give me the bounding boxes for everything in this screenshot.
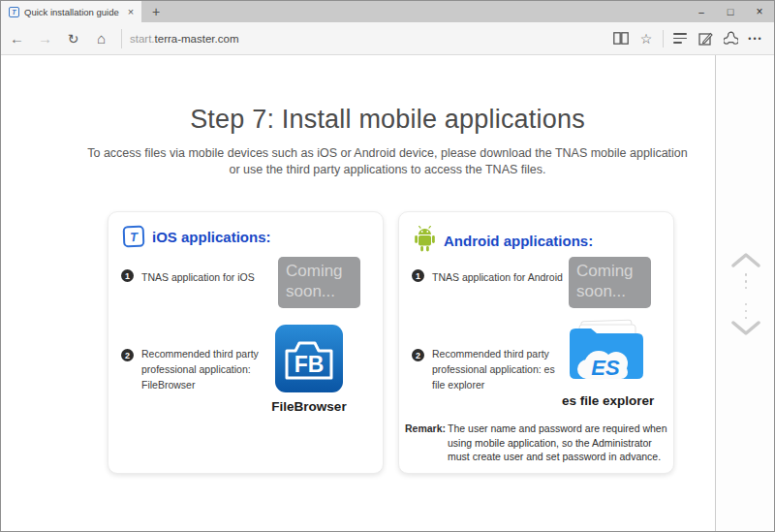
- android-card-header: Android applications:: [414, 226, 593, 256]
- tab-strip-spacer: [170, 1, 687, 22]
- address-divider: [121, 29, 122, 48]
- ios-header-label: iOS applications:: [152, 229, 271, 245]
- favorites-star-icon[interactable]: ☆: [634, 24, 659, 53]
- minimize-button[interactable]: –: [687, 1, 716, 22]
- hub-icon[interactable]: [667, 24, 693, 53]
- ios-item1-text: TNAS application for iOS: [141, 271, 255, 283]
- page-subtitle: To access files via mobile devices such …: [85, 145, 691, 179]
- android-robot-icon: [414, 226, 436, 256]
- coming-soon-badge: Coming soon...: [278, 257, 360, 308]
- tab-strip: T Quick installation guide × + – □ ×: [1, 1, 774, 22]
- back-icon[interactable]: ←: [3, 24, 31, 53]
- ios-card: T iOS applications: 1 TNAS application f…: [108, 211, 384, 474]
- forward-icon[interactable]: →: [31, 24, 59, 53]
- browser-window: T Quick installation guide × + – □ × ← →…: [0, 0, 775, 532]
- scroll-up-button[interactable]: [730, 252, 761, 271]
- scroll-dot: [745, 287, 748, 290]
- remark-note: Remark: The user name and password are r…: [405, 422, 668, 464]
- ios-item2-text: Recommended third party professional app…: [141, 347, 279, 392]
- home-icon[interactable]: ⌂: [87, 24, 115, 53]
- step-number-badge: 2: [412, 349, 424, 361]
- url-prefix: start.: [130, 33, 155, 45]
- remark-text: The user name and password are required …: [448, 422, 668, 464]
- es-file-explorer-app-icon[interactable]: ES: [566, 373, 647, 390]
- refresh-icon[interactable]: ↻: [59, 24, 87, 53]
- scroll-dot: [745, 303, 748, 306]
- android-card: Android applications: 1 TNAS application…: [398, 211, 674, 474]
- coming-soon-badge: Coming soon...: [569, 257, 651, 308]
- tnas-logo-icon: T: [123, 226, 145, 248]
- ios-card-header: T iOS applications:: [123, 226, 271, 247]
- tab-close-icon[interactable]: ×: [128, 7, 134, 17]
- reading-view-icon[interactable]: [608, 24, 634, 53]
- browser-tab[interactable]: T Quick installation guide ×: [1, 1, 141, 22]
- android-item1-text: TNAS application for Android: [432, 271, 563, 283]
- filebrowser-label: FileBrowser: [269, 399, 349, 414]
- android-item2-text: Recommended third party professional app…: [432, 347, 570, 392]
- app-cards: T iOS applications: 1 TNAS application f…: [108, 211, 674, 474]
- toolbar-divider: [663, 30, 664, 47]
- svg-text:ES: ES: [591, 356, 620, 380]
- svg-text:FB: FB: [294, 352, 325, 377]
- scroll-dot: [745, 280, 748, 283]
- share-icon[interactable]: [718, 24, 743, 53]
- web-note-icon[interactable]: [693, 24, 718, 53]
- step-number-badge: 1: [412, 269, 424, 282]
- tnas-favicon-icon: T: [9, 7, 19, 17]
- page-scroller: [724, 252, 768, 340]
- address-bar[interactable]: start.terra-master.com: [130, 33, 608, 45]
- window-controls: – □ ×: [687, 1, 774, 22]
- scroll-dot: [745, 317, 748, 320]
- page-content: Step 7: Install mobile applications To a…: [1, 55, 774, 532]
- browser-toolbar: ← → ↻ ⌂ start.terra-master.com ☆ •••: [1, 22, 774, 55]
- filebrowser-app-icon[interactable]: FB: [275, 379, 343, 395]
- android-header-label: Android applications:: [444, 233, 593, 249]
- es-file-explorer-label: es file explorer: [562, 393, 651, 408]
- page-title: Step 7: Install mobile applications: [1, 105, 774, 135]
- scroll-dot: [745, 273, 748, 276]
- close-window-button[interactable]: ×: [745, 1, 774, 22]
- step-number-badge: 2: [121, 349, 134, 361]
- scroll-down-button[interactable]: [730, 321, 761, 340]
- step-number-badge: 1: [121, 269, 134, 282]
- new-tab-button[interactable]: +: [141, 1, 170, 22]
- scroll-dot: [745, 310, 748, 313]
- remark-label: Remark:: [405, 422, 446, 464]
- filebrowser-app-block: FB FileBrowser: [269, 325, 349, 414]
- maximize-button[interactable]: □: [716, 1, 745, 22]
- url-domain: terra-master.com: [155, 33, 239, 45]
- more-actions-icon[interactable]: •••: [743, 24, 768, 53]
- tab-title: Quick installation guide: [24, 7, 119, 17]
- es-file-explorer-app-block: ES es file explorer: [562, 317, 651, 408]
